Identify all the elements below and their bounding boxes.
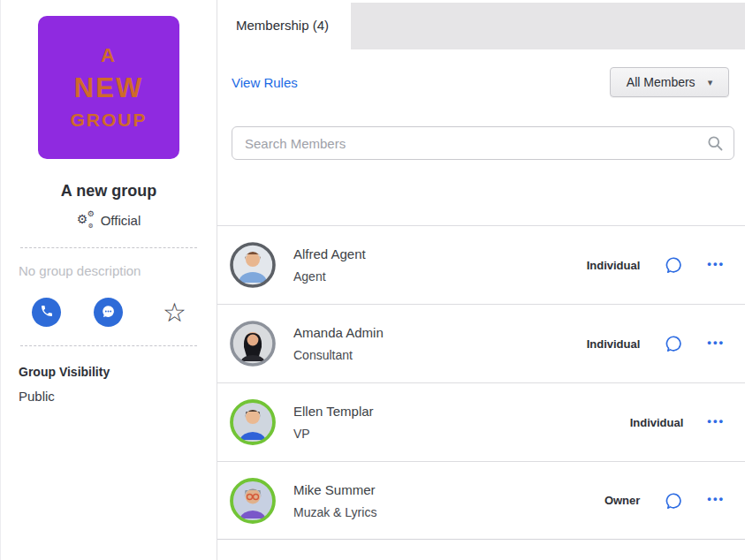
call-button[interactable] (32, 298, 61, 327)
chevron-down-icon: ▾ (708, 77, 713, 88)
member-name: Amanda Admin (293, 325, 587, 340)
tab-membership[interactable]: Membership (4) (217, 0, 351, 49)
tab-bar: Membership (4) (217, 0, 745, 49)
ellipsis-icon: ••• (707, 492, 725, 505)
group-visibility-label: Group Visibility (19, 365, 217, 379)
group-sidebar: A NEW GROUP A new group ⚙ ⚙ ⚙ Official N… (0, 0, 217, 560)
group-name: A new group (1, 182, 217, 201)
member-role-badge: Individual (587, 259, 641, 272)
member-name: Alfred Agent (293, 246, 587, 261)
search-icon[interactable] (706, 134, 724, 155)
chat-member-button[interactable] (664, 255, 683, 275)
member-search (232, 126, 734, 160)
list-controls: View Rules All Members ▾ (232, 67, 729, 97)
member-row: Ellen Templar VP Individual ••• (217, 382, 745, 461)
official-badge-label: Official (101, 213, 141, 228)
group-description-placeholder: No group description (19, 263, 217, 278)
member-row: Alfred Agent Agent Individual ••• (217, 225, 745, 304)
member-name: Ellen Templar (293, 404, 630, 419)
member-menu-button[interactable]: ••• (707, 415, 725, 430)
avatar (230, 242, 276, 288)
group-image-text: GROUP (70, 110, 147, 129)
member-title: Muzak & Lyrics (293, 505, 604, 519)
group-visibility-value: Public (19, 389, 217, 404)
favorite-button[interactable]: ☆ (163, 299, 186, 326)
chat-bubble-icon (101, 304, 116, 322)
avatar (230, 399, 276, 445)
search-members-input[interactable] (232, 126, 734, 160)
member-row: Mike Summer Muzak & Lyrics Owner ••• (217, 461, 745, 540)
chat-member-button[interactable] (664, 491, 683, 511)
member-menu-button[interactable]: ••• (707, 337, 725, 352)
group-page: A NEW GROUP A new group ⚙ ⚙ ⚙ Official N… (0, 0, 745, 560)
member-role-badge: Individual (630, 416, 684, 429)
official-badge: ⚙ ⚙ ⚙ Official (1, 212, 217, 228)
membership-panel: Membership (4) View Rules All Members ▾ (217, 0, 745, 560)
member-title: Consultant (293, 348, 587, 362)
member-menu-button[interactable]: ••• (707, 258, 725, 273)
gears-icon: ⚙ ⚙ ⚙ (77, 212, 95, 228)
member-title: VP (293, 427, 630, 441)
member-list: Alfred Agent Agent Individual ••• (217, 225, 745, 540)
chat-button[interactable] (94, 298, 123, 327)
group-image-text: A (101, 46, 117, 65)
divider (20, 345, 197, 346)
member-filter-selected: All Members (627, 75, 696, 89)
member-role-badge: Owner (604, 494, 640, 507)
avatar (230, 321, 276, 367)
member-row: Amanda Admin Consultant Individual ••• (217, 304, 745, 382)
member-role-badge: Individual (587, 337, 641, 351)
phone-icon (40, 304, 54, 321)
group-image-text: NEW (74, 74, 143, 102)
member-title: Agent (293, 269, 587, 284)
ellipsis-icon: ••• (707, 414, 725, 428)
star-icon: ☆ (163, 298, 186, 327)
group-actions: ☆ (32, 298, 217, 327)
avatar (230, 478, 276, 524)
member-menu-button[interactable]: ••• (707, 493, 725, 508)
view-rules-link[interactable]: View Rules (232, 75, 298, 90)
member-name: Mike Summer (293, 482, 604, 497)
tab-membership-label: Membership (4) (236, 18, 329, 33)
ellipsis-icon: ••• (707, 336, 725, 349)
divider (20, 247, 197, 248)
ellipsis-icon: ••• (707, 257, 725, 270)
member-filter-dropdown[interactable]: All Members ▾ (610, 67, 729, 97)
chat-member-button[interactable] (664, 334, 683, 353)
tab-bar-background (351, 3, 745, 49)
group-cover-image: A NEW GROUP (38, 16, 179, 159)
